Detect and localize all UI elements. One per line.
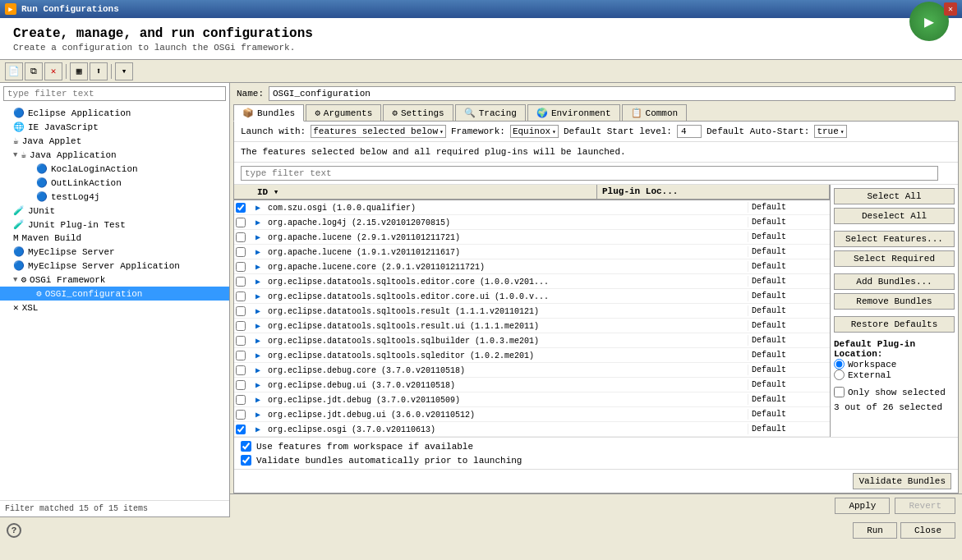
validate-bundles-button[interactable]: Validate Bundles	[853, 473, 951, 489]
tree-item-osgi-config[interactable]: ⚙ OSGI_configuration	[0, 287, 229, 301]
tab-arguments[interactable]: ⚙ Arguments	[306, 104, 381, 121]
launch-with-combo[interactable]: features selected below ▾	[311, 125, 446, 138]
bundle-checkbox[interactable]	[236, 247, 246, 257]
bundle-checkbox-cell[interactable]	[234, 425, 252, 434]
use-features-checkbox[interactable]	[241, 441, 251, 452]
bundle-checkbox[interactable]	[236, 203, 246, 213]
bundle-checkbox[interactable]	[236, 336, 246, 346]
plugin-column-header[interactable]: Plug-in Loc...	[597, 185, 830, 199]
validate-bundles-checkbox[interactable]	[241, 455, 251, 466]
bundle-checkbox-cell[interactable]	[234, 321, 252, 331]
menu-button[interactable]: ▾	[115, 62, 133, 80]
tree-item-myeclipse-server-app[interactable]: 🔵 MyEclipse Server Application	[0, 259, 229, 273]
revert-button[interactable]: Revert	[895, 498, 955, 514]
remove-bundles-button[interactable]: Remove Bundles	[834, 293, 955, 310]
external-radio[interactable]	[834, 370, 845, 380]
tree-item-java-applet[interactable]: ☕ Java Applet	[0, 134, 229, 148]
tab-common[interactable]: 📋 Common	[622, 104, 688, 121]
select-features-button[interactable]: Select Features...	[834, 231, 955, 247]
tab-settings[interactable]: ⚙ Settings	[383, 104, 453, 121]
deselect-all-button[interactable]: Deselect All	[834, 208, 955, 224]
main-content: 🔵 Eclipse Application 🌐 IE JavaScript ☕ …	[0, 83, 962, 516]
tree-item-myeclipse-server[interactable]: 🔵 MyEclipse Server	[0, 245, 229, 259]
collapse-all-button[interactable]: ⬆	[90, 62, 108, 80]
bundle-checkbox[interactable]	[236, 306, 246, 316]
bundle-checkbox[interactable]	[236, 380, 246, 390]
external-radio-label[interactable]: External	[834, 370, 955, 380]
workspace-radio-label[interactable]: Workspace	[834, 359, 955, 370]
validate-bundles-label[interactable]: Validate bundles automatically prior to …	[241, 455, 951, 466]
bundle-checkbox-cell[interactable]	[234, 395, 252, 405]
id-column-header[interactable]: ID ▾	[252, 185, 597, 199]
bundle-checkbox-cell[interactable]	[234, 351, 252, 360]
validate-bundles-text: Validate bundles automatically prior to …	[256, 456, 522, 466]
bundle-checkbox-cell[interactable]	[234, 247, 252, 257]
filter-configs-button[interactable]: ▦	[70, 62, 88, 80]
bundle-checkbox-cell[interactable]	[234, 410, 252, 420]
copy-config-button[interactable]: ⧉	[25, 62, 43, 80]
tree-item-kocla[interactable]: 🔵 KoclaLoginAction	[0, 162, 229, 176]
bundle-checkbox-cell[interactable]	[234, 291, 252, 301]
auto-start-combo[interactable]: true ▾	[814, 125, 846, 138]
tree-item-eclipse-app[interactable]: 🔵 Eclipse Application	[0, 106, 229, 120]
tree-item-junit[interactable]: 🧪 JUnit	[0, 204, 229, 218]
close-button[interactable]: Close	[900, 522, 955, 539]
tree-item-java-app[interactable]: ▼ ☕ Java Application	[0, 148, 229, 162]
bundle-filter-input[interactable]	[241, 166, 938, 181]
tab-bundles[interactable]: 📦 Bundles	[233, 104, 304, 122]
bundle-checkbox[interactable]	[236, 321, 246, 331]
window-close-button[interactable]: ✕	[944, 2, 957, 16]
bundle-checkbox-cell[interactable]	[234, 277, 252, 287]
bundle-checkbox[interactable]	[236, 262, 246, 272]
bundle-checkbox[interactable]	[236, 425, 246, 434]
bundle-checkbox-cell[interactable]	[234, 306, 252, 316]
bundle-checkbox[interactable]	[236, 365, 246, 375]
run-button[interactable]: Run	[853, 522, 897, 539]
bundle-checkbox-cell[interactable]	[234, 262, 252, 272]
tree-item-ie-js[interactable]: 🌐 IE JavaScript	[0, 120, 229, 134]
only-show-selected-label[interactable]: Only show selected	[834, 387, 955, 397]
bundle-checkbox-cell[interactable]	[234, 232, 252, 242]
workspace-radio[interactable]	[834, 359, 845, 370]
start-level-input[interactable]	[677, 125, 702, 138]
tab-tracing[interactable]: 🔍 Tracing	[455, 104, 526, 121]
java-applet-icon: ☕	[13, 135, 19, 146]
bundle-checkbox-cell[interactable]	[234, 365, 252, 375]
auto-start-label: Default Auto-Start:	[707, 126, 809, 136]
bundle-row: ▶ org.eclipse.debug.core (3.7.0.v2011051…	[234, 363, 830, 378]
bundle-checkbox-cell[interactable]	[234, 203, 252, 213]
bundle-checkbox[interactable]	[236, 232, 246, 242]
bundle-checkbox[interactable]	[236, 351, 246, 360]
delete-config-button[interactable]: ✕	[44, 62, 62, 80]
tree-item-testlog4j[interactable]: 🔵 testLog4j	[0, 190, 229, 204]
bundle-checkbox[interactable]	[236, 410, 246, 420]
osgi-expand-icon: ▼	[13, 276, 17, 284]
bundle-checkbox[interactable]	[236, 277, 246, 287]
restore-defaults-button[interactable]: Restore Defaults	[834, 316, 955, 333]
bundle-checkbox[interactable]	[236, 395, 246, 405]
bundle-checkbox-cell[interactable]	[234, 336, 252, 346]
bundle-checkbox[interactable]	[236, 291, 246, 301]
add-bundles-button[interactable]: Add Bundles...	[834, 273, 955, 290]
use-features-label[interactable]: Use features from workspace if available	[241, 441, 951, 452]
tab-environment[interactable]: 🌍 Environment	[527, 104, 620, 121]
bundle-checkbox[interactable]	[236, 218, 246, 227]
tree-item-maven[interactable]: M Maven Build	[0, 232, 229, 245]
select-required-button[interactable]: Select Required	[834, 250, 955, 267]
tree-item-junit-plugin[interactable]: 🧪 JUnit Plug-in Test	[0, 218, 229, 232]
framework-combo-arrow: ▾	[552, 128, 556, 135]
config-name-input[interactable]	[269, 86, 955, 101]
help-icon[interactable]: ?	[7, 523, 21, 538]
only-show-selected-checkbox[interactable]	[834, 387, 845, 397]
new-config-button[interactable]: 📄	[5, 62, 23, 80]
junit-icon: 🧪	[13, 205, 25, 216]
bundle-checkbox-cell[interactable]	[234, 380, 252, 390]
tree-item-outlink[interactable]: 🔵 OutLinkAction	[0, 176, 229, 190]
tree-item-xsl[interactable]: ✕ XSL	[0, 301, 229, 314]
left-filter-input[interactable]	[3, 86, 226, 101]
select-all-button[interactable]: Select All	[834, 188, 955, 204]
apply-button[interactable]: Apply	[835, 498, 890, 514]
bundle-checkbox-cell[interactable]	[234, 218, 252, 227]
framework-combo[interactable]: Equinox ▾	[510, 125, 559, 138]
tree-item-osgi[interactable]: ▼ ⚙ OSGi Framework	[0, 273, 229, 287]
